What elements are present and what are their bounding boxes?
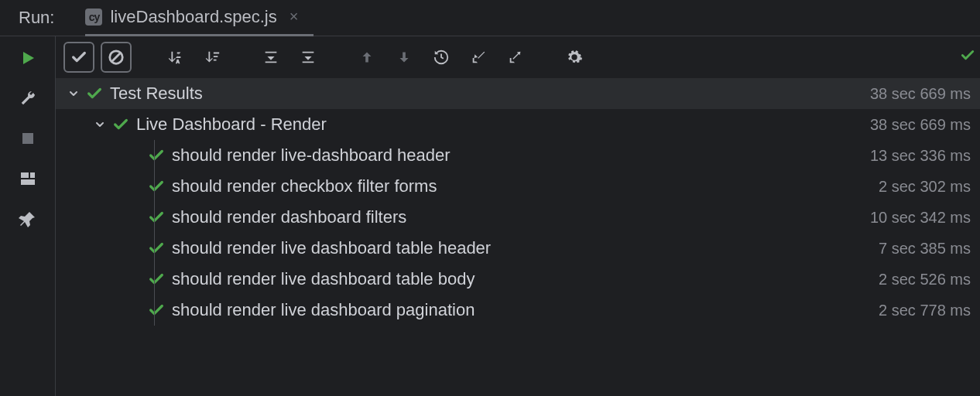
- show-passed-toggle[interactable]: [63, 42, 94, 73]
- tree-test-timing: 2 sec 526 ms: [879, 271, 971, 288]
- settings-button[interactable]: [559, 42, 590, 73]
- tree-suite-label: Live Dashboard - Render: [136, 114, 327, 135]
- tab-label: liveDashboard.spec.js: [110, 7, 276, 27]
- pin-icon[interactable]: [17, 208, 39, 230]
- tree-test-label: should render live-dashboard header: [172, 145, 451, 166]
- tree-test-row[interactable]: should render live-dashboard header 13 s…: [56, 140, 980, 171]
- tree-test-row[interactable]: should render dashboard filters 10 sec 3…: [56, 202, 980, 233]
- tree-test-row[interactable]: should render checkbox filter forms 2 se…: [56, 171, 980, 202]
- pass-icon: [147, 270, 166, 288]
- sort-alpha-button[interactable]: [159, 42, 190, 73]
- pass-icon: [85, 84, 104, 103]
- rerun-button[interactable]: [17, 47, 39, 69]
- chevron-down-icon[interactable]: [91, 116, 108, 133]
- next-failed-button[interactable]: [389, 42, 420, 73]
- wrench-icon[interactable]: [17, 87, 39, 109]
- tree-test-timing: 7 sec 385 ms: [879, 240, 971, 258]
- sort-duration-button[interactable]: [197, 42, 228, 73]
- tab-bar: Run: cy liveDashboard.spec.js ×: [0, 0, 980, 36]
- pass-icon: [147, 146, 166, 165]
- test-toolbar: [56, 36, 980, 78]
- all-passed-icon: [960, 48, 975, 67]
- stop-icon[interactable]: [17, 128, 39, 149]
- run-label: Run:: [19, 8, 54, 28]
- tree-root-row[interactable]: Test Results 38 sec 669 ms: [56, 78, 980, 109]
- import-tests-button[interactable]: [463, 42, 494, 73]
- tree-test-timing: 10 sec 342 ms: [870, 209, 971, 227]
- cypress-icon: cy: [85, 9, 102, 26]
- test-history-button[interactable]: [426, 42, 457, 73]
- tree-test-row[interactable]: should render live dashboard table heade…: [56, 233, 980, 264]
- tree-guide-line: [154, 140, 155, 326]
- expand-all-button[interactable]: [293, 42, 324, 73]
- close-icon[interactable]: ×: [285, 8, 303, 26]
- tree-test-label: should render live dashboard pagination: [172, 300, 475, 320]
- show-ignored-toggle[interactable]: [101, 42, 132, 73]
- tree-root-label: Test Results: [110, 84, 203, 104]
- test-results-tree: Test Results 38 sec 669 ms Live Dashboar…: [56, 78, 980, 396]
- tree-suite-row[interactable]: Live Dashboard - Render 38 sec 669 ms: [56, 109, 980, 140]
- tree-test-row[interactable]: should render live dashboard table body …: [56, 264, 980, 295]
- prev-failed-button[interactable]: [351, 42, 382, 73]
- chevron-down-icon[interactable]: [65, 85, 82, 102]
- tree-test-label: should render dashboard filters: [172, 207, 406, 227]
- pass-icon: [147, 239, 166, 258]
- tree-test-label: should render checkbox filter forms: [172, 176, 437, 196]
- tree-test-timing: 2 sec 302 ms: [879, 178, 971, 196]
- tree-test-label: should render live dashboard table heade…: [172, 238, 491, 258]
- tree-test-timing: 2 sec 778 ms: [879, 302, 971, 319]
- collapse-all-button[interactable]: [255, 42, 286, 73]
- pass-icon: [147, 208, 166, 227]
- layout-icon[interactable]: [17, 168, 39, 189]
- run-tab[interactable]: cy liveDashboard.spec.js ×: [85, 0, 314, 36]
- tree-test-label: should render live dashboard table body: [172, 269, 475, 289]
- tree-test-timing: 13 sec 336 ms: [870, 147, 971, 165]
- tree-test-row[interactable]: should render live dashboard pagination …: [56, 295, 980, 326]
- tree-root-timing: 38 sec 669 ms: [870, 85, 971, 103]
- tree-suite-timing: 38 sec 669 ms: [870, 116, 971, 134]
- pass-icon: [111, 115, 130, 134]
- export-tests-button[interactable]: [500, 42, 531, 73]
- pass-icon: [147, 301, 166, 319]
- pass-icon: [147, 177, 166, 196]
- left-tool-strip: [0, 36, 56, 396]
